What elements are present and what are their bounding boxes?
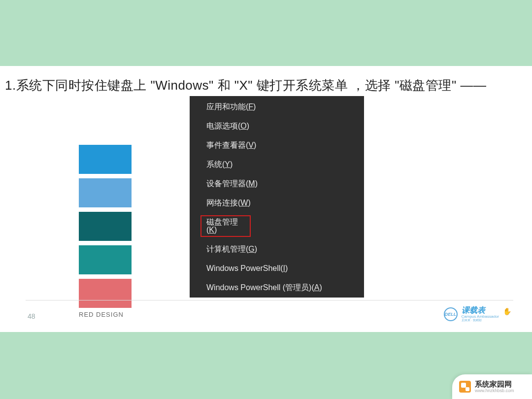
winmenu-item-tail: ) <box>214 226 217 234</box>
winmenu-item-4[interactable]: 设备管理器(M) <box>206 180 364 188</box>
winmenu-item-8[interactable]: Windows PowerShell(I) <box>206 265 364 272</box>
winmenu-item-hotkey: M <box>248 179 255 188</box>
winmenu-item-7[interactable]: 计算机管理(G) <box>206 245 364 253</box>
watermark-name: 系统家园网 <box>475 380 514 388</box>
winmenu-item-label: 应用和功能( <box>206 102 248 111</box>
winmenu-item-tail: ) <box>319 283 322 292</box>
winmenu-item-5[interactable]: 网络连接(W) <box>206 199 364 207</box>
winmenu-item-2[interactable]: 事件查看器(V) <box>206 141 364 149</box>
winmenu-item-1[interactable]: 电源选项(O) <box>206 122 364 130</box>
watermark-logo-icon <box>459 381 471 393</box>
swatch-darkteal <box>79 212 132 241</box>
winmenu-item-label: 电源选项( <box>206 122 240 130</box>
winmenu-item-tail: ) <box>285 264 288 272</box>
winmenu-item-hotkey: Y <box>225 160 230 168</box>
winmenu-item-tail: ) <box>255 179 258 188</box>
color-swatches <box>79 145 132 308</box>
winmenu-item-label: Windows PowerShell (管理员)( <box>206 283 314 292</box>
dell-badge: DELL 课载表 Campus Ambassador 启未来 · 筑精彩 ✋ <box>444 306 511 322</box>
watermark-url: www.hnzkhbsb.com <box>475 388 514 393</box>
winmenu-item-hotkey: O <box>240 122 246 130</box>
winmenu-item-hotkey: K <box>209 226 214 234</box>
dell-logo-icon: DELL <box>444 307 458 321</box>
hand-icon: ✋ <box>503 307 511 315</box>
winmenu-item-hotkey: V <box>248 141 254 149</box>
winmenu-item-9[interactable]: Windows PowerShell (管理员)(A) <box>206 284 364 292</box>
winmenu-item-tail: ) <box>247 122 249 130</box>
slide-area: 1.系统下同时按住键盘上 "Windows" 和 "X" 键打开系统菜单 ，选择… <box>0 66 532 332</box>
site-watermark: 系统家园网 www.hnzkhbsb.com <box>452 374 532 399</box>
winmenu-item-label: 网络连接( <box>206 199 240 207</box>
winmenu-item-hotkey: W <box>240 199 248 207</box>
winmenu-item-hotkey: F <box>248 102 253 111</box>
winmenu-item-hotkey: G <box>248 245 254 253</box>
winmenu-item-hotkey: A <box>314 283 320 292</box>
winmenu-item-tail: ) <box>255 245 257 253</box>
instruction-text: 1.系统下同时按住键盘上 "Windows" 和 "X" 键打开系统菜单 ，选择… <box>5 77 486 94</box>
winmenu-item-label: 设备管理器( <box>206 179 248 188</box>
dell-sub: 启未来 · 筑精彩 <box>462 319 499 322</box>
winmenu-item-6[interactable]: 磁盘管理(K) <box>203 218 248 234</box>
winmenu-item-3[interactable]: 系统(Y) <box>206 161 364 168</box>
dell-cn: 课载表 <box>462 306 499 315</box>
footer-label: RED DESIGN <box>79 311 124 318</box>
winmenu-item-label: 系统( <box>206 160 225 168</box>
winmenu-item-label: 计算机管理( <box>206 245 248 253</box>
swatch-teal <box>79 245 132 274</box>
winmenu-item-label: Windows PowerShell( <box>206 264 283 272</box>
windows-x-menu: 应用和功能(F)电源选项(O)事件查看器(V)系统(Y)设备管理器(M)网络连接… <box>190 96 364 298</box>
page-number: 48 <box>28 312 35 320</box>
watermark-text: 系统家园网 www.hnzkhbsb.com <box>475 380 514 394</box>
dell-text: 课载表 Campus Ambassador 启未来 · 筑精彩 <box>462 306 499 322</box>
winmenu-item-0[interactable]: 应用和功能(F) <box>206 103 364 111</box>
swatch-red <box>79 279 132 308</box>
winmenu-item-tail: ) <box>230 160 233 168</box>
winmenu-item-tail: ) <box>254 141 256 149</box>
footer-divider <box>26 300 513 300</box>
winmenu-item-label: 事件查看器( <box>206 141 248 149</box>
swatch-lightblue <box>79 178 132 207</box>
winmenu-item-tail: ) <box>253 102 256 111</box>
winmenu-item-tail: ) <box>248 199 250 207</box>
swatch-blue <box>79 145 132 174</box>
